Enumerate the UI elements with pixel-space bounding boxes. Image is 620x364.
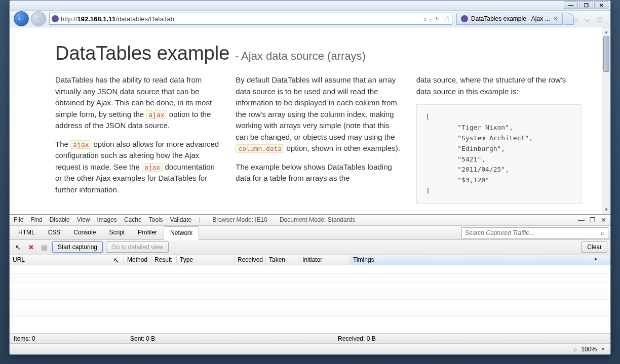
- menu-file[interactable]: File: [14, 216, 23, 223]
- col-result[interactable]: Result: [151, 255, 177, 265]
- detailed-view-button[interactable]: Go to detailed view: [106, 241, 169, 253]
- col-type[interactable]: Type: [177, 255, 235, 265]
- col-timings[interactable]: Timings▴: [350, 255, 610, 265]
- tab-console[interactable]: Console: [67, 226, 102, 239]
- menu-images[interactable]: Images: [97, 216, 117, 223]
- page-title: DataTables example - Ajax data source (a…: [55, 43, 582, 64]
- address-bar[interactable]: http://192.168.1.11/datatables/DataTab ⌕…: [49, 13, 452, 25]
- tab-script[interactable]: Script: [102, 226, 131, 239]
- search-icon[interactable]: ⌕: [601, 229, 605, 236]
- table-row: [10, 291, 610, 300]
- document-mode[interactable]: Document Mode: Standards: [280, 216, 355, 223]
- refresh-icon[interactable]: ↻: [435, 16, 440, 22]
- new-tab-button[interactable]: [564, 13, 574, 25]
- select-element-icon[interactable]: ↖: [13, 242, 23, 252]
- status-items: Items: 0: [14, 335, 54, 342]
- menu-cache[interactable]: Cache: [124, 216, 142, 223]
- code-column-data: column.data: [236, 144, 284, 153]
- browser-tab[interactable]: DataTables example - Ajax ... ✕: [456, 13, 562, 25]
- col-url[interactable]: URL: [10, 255, 124, 265]
- devtools-undock-icon[interactable]: ❐: [590, 216, 596, 224]
- settings-icon[interactable]: ⚙: [597, 15, 603, 23]
- devtools-panel: File Find Disable View Images Cache Tool…: [10, 214, 610, 343]
- devtools-toolbar: ↖ ✖ ▤ Start capturing Go to detailed vie…: [10, 240, 610, 255]
- page-content: DataTables example - Ajax data source (a…: [10, 27, 602, 214]
- column-left: DataTables has the ability to read data …: [55, 74, 220, 204]
- devtools-close-icon[interactable]: ✕: [601, 216, 606, 224]
- start-capturing-button[interactable]: Start capturing: [52, 241, 103, 253]
- zoom-level: 100%: [581, 346, 597, 353]
- browser-tools: ⌂ ★ ⚙: [574, 15, 607, 23]
- zoom-dropdown-icon[interactable]: ▼: [601, 347, 605, 352]
- compat-icon[interactable]: 📄: [443, 16, 450, 22]
- home-icon[interactable]: ⌂: [574, 15, 578, 23]
- content-frame: DataTables example - Ajax data source (a…: [10, 27, 610, 214]
- search-icon[interactable]: ⌕ ▾: [423, 16, 432, 22]
- code-ajax: ajax: [146, 110, 167, 119]
- nav-toolbar: ← → http://192.168.1.11/datatables/DataT…: [10, 11, 610, 28]
- code-ajax: ajax: [142, 163, 163, 172]
- menu-find[interactable]: Find: [30, 216, 42, 223]
- favorites-icon[interactable]: ★: [584, 15, 591, 23]
- devtools-search[interactable]: ⌕: [461, 227, 608, 238]
- code-ajax: ajax: [70, 140, 91, 149]
- page-subtitle: - Ajax data source (arrays): [235, 50, 366, 62]
- tab-favicon: [461, 15, 468, 22]
- close-button[interactable]: ✕: [594, 1, 608, 9]
- table-row: [10, 265, 610, 274]
- menu-disable[interactable]: Disable: [50, 216, 70, 223]
- clear-session-icon[interactable]: ✖: [26, 242, 36, 252]
- tab-strip: DataTables example - Ajax ... ✕: [456, 13, 573, 25]
- scrollbar[interactable]: ▲ ▼: [602, 27, 610, 214]
- tab-title: DataTables example - Ajax ...: [471, 15, 550, 22]
- forward-button[interactable]: →: [31, 11, 46, 26]
- table-row: [10, 282, 610, 291]
- title-bar: — ❐ ✕: [10, 1, 610, 11]
- devtools-tabs: HTML CSS Console Script Profiler Network…: [10, 226, 610, 240]
- zoom-icon[interactable]: ⌕: [573, 346, 577, 353]
- column-mid: By default DataTables will assume that a…: [236, 74, 401, 204]
- tab-network[interactable]: Network: [164, 226, 199, 240]
- scroll-up-icon[interactable]: ▲: [602, 27, 610, 36]
- table-row: [10, 308, 610, 317]
- url-text: http://192.168.1.11/datatables/DataTab: [61, 15, 423, 23]
- status-sent: Sent: 0 B: [130, 335, 171, 342]
- browser-window: — ❐ ✕ ← → http://192.168.1.11/datatables…: [9, 0, 611, 355]
- code-block: [ "Tiger Nixon", "System Architect", "Ed…: [416, 104, 582, 204]
- col-method[interactable]: Method: [124, 255, 151, 265]
- save-icon[interactable]: ▤: [39, 242, 49, 252]
- minimize-button[interactable]: —: [564, 1, 578, 9]
- url-tools: ⌕ ▾ ↻ 📄: [423, 16, 450, 22]
- devtools-statusbar: Items: 0 Sent: 0 B Received: 0 B: [10, 333, 610, 343]
- search-input[interactable]: [465, 229, 601, 236]
- col-initiator[interactable]: Initiator: [299, 255, 350, 265]
- back-button[interactable]: ←: [14, 11, 29, 26]
- column-right: data source, where the structure of the …: [416, 74, 582, 204]
- tab-close-icon[interactable]: ✕: [553, 15, 558, 22]
- browser-statusbar: ⌕ 100% ▼: [10, 343, 610, 354]
- site-icon: [52, 15, 59, 22]
- scroll-thumb[interactable]: [603, 36, 609, 72]
- restore-button[interactable]: ❐: [579, 1, 593, 9]
- col-received[interactable]: Received: [235, 255, 266, 265]
- clear-button[interactable]: Clear: [582, 241, 607, 253]
- tab-css[interactable]: CSS: [42, 226, 67, 239]
- tab-html[interactable]: HTML: [12, 226, 42, 239]
- tab-profiler[interactable]: Profiler: [131, 226, 164, 239]
- browser-mode[interactable]: Browser Mode: IE10: [212, 216, 267, 223]
- network-table-body: [10, 265, 610, 333]
- col-taken[interactable]: Taken: [266, 255, 299, 265]
- scroll-down-icon[interactable]: ▼: [602, 206, 610, 214]
- menu-tools[interactable]: Tools: [149, 216, 163, 223]
- devtools-menubar: File Find Disable View Images Cache Tool…: [10, 215, 610, 226]
- devtools-minimize-icon[interactable]: —: [578, 216, 585, 224]
- menu-view[interactable]: View: [77, 216, 90, 223]
- table-row: [10, 300, 610, 308]
- network-table-header: URL Method Result Type Received Taken In…: [10, 255, 610, 265]
- table-row: [10, 274, 610, 282]
- menu-validate[interactable]: Validate: [170, 216, 191, 223]
- status-received: Received: 0 B: [338, 335, 378, 342]
